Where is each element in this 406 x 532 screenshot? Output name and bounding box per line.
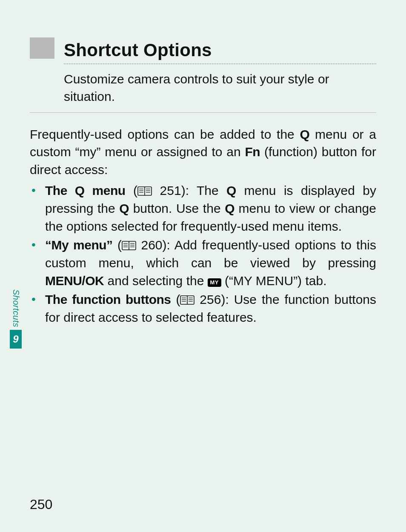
q-label: Q — [300, 127, 310, 141]
text: (“MY MENU”) tab. — [221, 274, 327, 288]
fn-label: Fn — [245, 145, 260, 159]
my-menu-chip-icon: MY — [208, 278, 221, 287]
menu-ok-label: MENU/OK — [45, 274, 104, 288]
q-label: Q — [225, 201, 234, 215]
side-chapter-number: 9 — [10, 330, 22, 349]
bullet-label: The Q menu — [45, 183, 126, 197]
bullet-item-function-buttons: The function buttons ( 256): Use the fun… — [30, 291, 376, 326]
bullet-list: The Q menu ( 251): The Q menu is display… — [30, 182, 376, 326]
open-paren: ( — [171, 292, 180, 306]
open-paren: ( — [126, 183, 137, 197]
page-title: Shortcut Options — [64, 41, 212, 61]
intro-paragraph: Frequently-used options can be added to … — [30, 126, 376, 178]
q-label: Q — [119, 201, 129, 215]
side-chapter-label: Shortcuts — [11, 289, 21, 330]
book-icon — [122, 240, 136, 251]
manual-page: Shortcut Options Customize camera contro… — [0, 0, 406, 532]
book-icon — [137, 186, 152, 196]
book-icon — [180, 295, 194, 305]
text: Frequently-used options can be added to … — [30, 127, 300, 141]
text: 251): The — [152, 183, 226, 197]
q-label: Q — [226, 183, 236, 197]
side-tab: Shortcuts 9 — [10, 289, 22, 349]
page-subtitle: Customize camera controls to suit your s… — [64, 70, 376, 106]
bullet-item-q-menu: The Q menu ( 251): The Q menu is display… — [30, 182, 376, 235]
bullet-label: “My menu” — [45, 238, 113, 252]
bullet-label: The function buttons — [45, 292, 171, 306]
section-block-icon — [30, 37, 54, 59]
text: and selecting the — [104, 274, 208, 288]
section-rule — [30, 112, 376, 113]
open-paren: ( — [113, 238, 122, 252]
title-row: Shortcut Options — [30, 37, 376, 61]
text: button. Use the — [129, 201, 225, 215]
bullet-item-my-menu: “My menu” ( 260): Add frequently-used op… — [30, 236, 376, 290]
page-number: 250 — [30, 497, 52, 512]
dotted-rule — [64, 63, 376, 64]
